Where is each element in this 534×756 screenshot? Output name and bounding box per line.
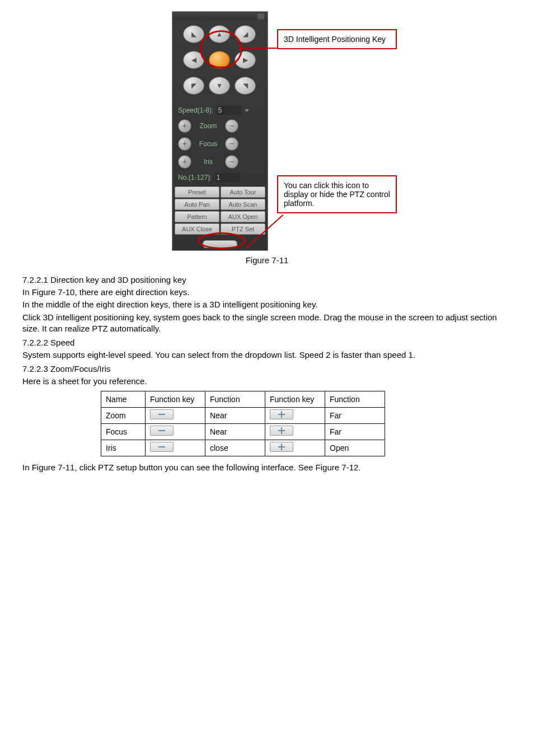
dir-up[interactable]: ▲ xyxy=(209,25,230,43)
plus-icon xyxy=(270,426,293,436)
cell-func: close xyxy=(205,440,265,456)
callout-3d-key: 3D Intelligent Positioning Key xyxy=(277,29,397,49)
s2-line-0: System supports eight-level speed. You c… xyxy=(22,349,512,361)
dir-left[interactable]: ◀ xyxy=(183,51,204,69)
zoom-label: Zoom xyxy=(195,122,222,130)
dir-right[interactable]: ▶ xyxy=(235,51,256,69)
s1-line-2: Click 3D intelligent positioning key, sy… xyxy=(22,312,512,335)
plus-icon xyxy=(270,409,293,419)
ptz-button-grid: Preset Auto Tour Auto Pan Auto Scan Patt… xyxy=(172,184,268,237)
cell-key-plus xyxy=(265,423,325,440)
th-fkey1: Function key xyxy=(146,391,205,407)
focus-minus[interactable]: − xyxy=(225,137,238,151)
table-row: Focus Near Far xyxy=(101,423,385,440)
figure-caption: Figure 7-11 xyxy=(22,255,512,265)
auto-scan-button[interactable]: Auto Scan xyxy=(221,199,265,210)
focus-label: Focus xyxy=(195,140,222,148)
iris-row: + Iris − xyxy=(172,153,268,171)
cell-func: Near xyxy=(205,407,265,423)
iris-minus[interactable]: − xyxy=(225,155,238,169)
dir-up-right[interactable]: ◢ xyxy=(235,25,256,43)
heading-7-2-2-2: 7.2.2.2 Speed xyxy=(22,338,512,347)
dir-down[interactable]: ▼ xyxy=(209,77,230,95)
speed-row: Speed(1-8): xyxy=(172,104,268,117)
th-func2: Function xyxy=(325,391,385,407)
reference-table: Name Function key Function Function key … xyxy=(101,391,385,456)
aux-close-button[interactable]: AUX Close xyxy=(175,223,219,235)
collapse-toggle[interactable] xyxy=(203,240,237,248)
cell-func2: Open xyxy=(325,440,385,456)
aux-open-button[interactable]: AUX Open xyxy=(221,211,265,222)
s1-line-0: In Figure 7-10, there are eight directio… xyxy=(22,287,512,298)
direction-keys: ◣ ▲ ◢ ◀ ▶ ◤ ▼ ◥ xyxy=(181,25,259,99)
cell-key-plus xyxy=(265,407,325,423)
grip-icon xyxy=(257,14,264,20)
callout-collapse: You can click this icon to display or hi… xyxy=(277,175,397,213)
focus-plus[interactable]: + xyxy=(178,137,191,151)
figure-container: ◣ ▲ ◢ ◀ ▶ ◤ ▼ ◥ Speed(1-8): + xyxy=(22,11,512,251)
zoom-plus[interactable]: + xyxy=(178,119,191,133)
no-input[interactable] xyxy=(216,173,240,182)
callout-line-top xyxy=(239,48,278,49)
dir-up-left[interactable]: ◣ xyxy=(183,25,204,43)
cell-key-plus xyxy=(265,440,325,456)
no-row: No.(1-127): xyxy=(172,171,268,184)
speed-input[interactable] xyxy=(217,106,241,115)
zoom-minus[interactable]: − xyxy=(225,119,238,133)
minus-icon xyxy=(150,442,174,452)
heading-7-2-2-1: 7.2.2.1 Direction key and 3D positioning… xyxy=(22,275,512,284)
cell-key-minus xyxy=(146,407,205,423)
table-header-row: Name Function key Function Function key … xyxy=(101,391,385,407)
no-label: No.(1-127): xyxy=(178,174,212,181)
cell-key-minus xyxy=(146,423,205,440)
table-row: Iris close Open xyxy=(101,440,385,456)
ptz-set-button[interactable]: PTZ Set xyxy=(221,223,265,235)
table-row: Zoom Near Far xyxy=(101,407,385,423)
iris-label: Iris xyxy=(195,158,222,166)
cell-name: Iris xyxy=(101,440,146,456)
3d-positioning-key[interactable] xyxy=(209,51,230,69)
focus-row: + Focus − xyxy=(172,135,268,153)
preset-button[interactable]: Preset xyxy=(175,186,219,198)
s1-line-1: In the middle of the eight direction key… xyxy=(22,299,512,310)
cell-name: Focus xyxy=(101,423,146,440)
pattern-button[interactable]: Pattern xyxy=(175,211,219,222)
cell-key-minus xyxy=(146,440,205,456)
iris-plus[interactable]: + xyxy=(178,155,191,169)
dir-down-right[interactable]: ◥ xyxy=(235,77,256,95)
cell-func: Near xyxy=(205,423,265,440)
panel-titlebar[interactable] xyxy=(172,12,268,20)
cell-name: Zoom xyxy=(101,407,146,423)
auto-tour-button[interactable]: Auto Tour xyxy=(221,186,265,198)
heading-7-2-2-3: 7.2.2.3 Zoom/Focus/Iris xyxy=(22,364,512,374)
cell-func2: Far xyxy=(325,407,385,423)
s3-intro: Here is a sheet for you reference. xyxy=(22,376,512,387)
auto-pan-button[interactable]: Auto Pan xyxy=(175,199,219,210)
cell-func2: Far xyxy=(325,423,385,440)
zoom-row: + Zoom − xyxy=(172,117,268,135)
speed-dropdown-icon[interactable] xyxy=(245,109,249,112)
th-func1: Function xyxy=(205,391,265,407)
minus-icon xyxy=(150,409,174,419)
speed-label: Speed(1-8): xyxy=(178,106,213,114)
footer-line: In Figure 7-11, click PTZ setup button y… xyxy=(22,462,512,473)
plus-icon xyxy=(270,442,293,452)
th-name: Name xyxy=(101,391,146,407)
dir-down-left[interactable]: ◤ xyxy=(183,77,204,95)
minus-icon xyxy=(150,426,174,436)
th-fkey2: Function key xyxy=(265,391,325,407)
